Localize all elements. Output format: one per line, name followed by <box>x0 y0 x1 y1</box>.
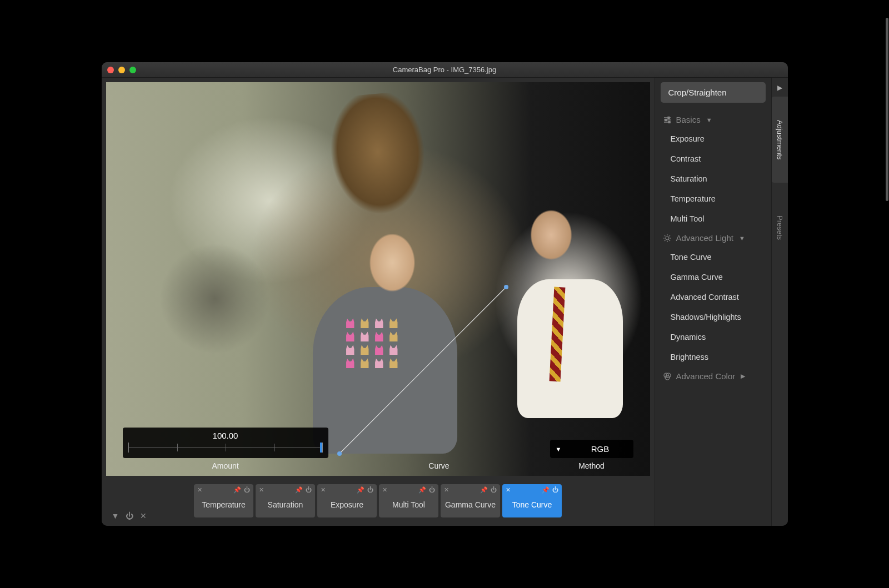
curve-handle-start[interactable] <box>337 451 342 456</box>
advanced-light-items: Tone CurveGamma CurveAdvanced ContrastSh… <box>661 247 766 367</box>
sidebar-item-temperature[interactable]: Temperature <box>661 189 766 209</box>
curve-label: Curve <box>428 461 449 470</box>
amount-slider-box[interactable]: 100.00 <box>123 428 328 458</box>
sidebar-item-saturation[interactable]: Saturation <box>661 169 766 189</box>
tile-close-icon[interactable]: ✕ <box>382 486 387 494</box>
tile-power-icon[interactable]: ⏻ <box>306 486 312 494</box>
amount-slider-handle[interactable] <box>320 443 322 453</box>
traffic-lights <box>107 67 136 73</box>
tile-power-icon[interactable]: ⏻ <box>552 486 558 494</box>
close-window-button[interactable] <box>107 67 114 73</box>
right-tab-strip: ▶ Adjustments Presets <box>771 78 788 526</box>
tile-pin-icon[interactable]: 📌 <box>542 486 550 494</box>
svg-line-0 <box>339 287 506 454</box>
window-title: CameraBag Pro - IMG_7356.jpg <box>102 66 788 74</box>
section-advanced-light-title: Advanced Light <box>676 233 733 243</box>
svg-line-14 <box>665 240 666 241</box>
image-canvas[interactable]: 100.00 Amount <box>106 82 650 476</box>
amount-control: 100.00 Amount <box>123 428 328 470</box>
tray-close-icon[interactable]: ✕ <box>140 511 147 520</box>
sidebar-item-tone-curve[interactable]: Tone Curve <box>661 247 766 267</box>
sidebar-item-dynamics[interactable]: Dynamics <box>661 327 766 347</box>
photo-region <box>517 279 623 418</box>
titlebar: CameraBag Pro - IMG_7356.jpg <box>102 62 788 78</box>
section-advanced-color-header[interactable]: Advanced Color ▶ <box>661 367 766 385</box>
sliders-icon <box>663 115 672 124</box>
sidebar-item-shadows-highlights[interactable]: Shadows/Highlights <box>661 307 766 327</box>
tile-label: Multi Tool <box>382 494 435 515</box>
sun-icon <box>663 234 672 243</box>
method-value: RGB <box>572 444 627 454</box>
collapse-sidebar-button[interactable]: ▶ <box>772 81 788 94</box>
tray-tile-saturation[interactable]: ✕📌⏻Saturation <box>256 484 315 517</box>
tray-controls: ▼ ⏻ ✕ <box>106 476 178 526</box>
tray-menu-icon[interactable]: ▼ <box>112 511 119 520</box>
section-advanced-color-title: Advanced Color <box>676 371 736 381</box>
tab-presets[interactable]: Presets <box>772 185 788 271</box>
section-basics-title: Basics <box>676 115 701 124</box>
chevron-down-icon: ▼ <box>739 235 745 242</box>
curve-control[interactable]: Curve <box>351 461 528 470</box>
tile-pin-icon[interactable]: 📌 <box>418 486 426 494</box>
section-basics-header[interactable]: Basics ▼ <box>661 110 766 129</box>
tray-tile-gamma-curve[interactable]: ✕📌⏻Gamma Curve <box>441 484 500 517</box>
method-control: ▼ RGB Method <box>550 440 633 470</box>
tile-close-icon[interactable]: ✕ <box>321 486 326 494</box>
sidebar-item-exposure[interactable]: Exposure <box>661 129 766 149</box>
tile-pin-icon[interactable]: 📌 <box>357 486 364 494</box>
tile-power-icon[interactable]: ⏻ <box>491 486 497 494</box>
sidebar-item-gamma-curve[interactable]: Gamma Curve <box>661 267 766 287</box>
chevron-down-icon: ▼ <box>706 117 712 123</box>
svg-point-7 <box>666 237 669 240</box>
tile-close-icon[interactable]: ✕ <box>506 486 511 494</box>
sidebar: Crop/Straighten Basics ▼ ExposureContras… <box>655 78 771 526</box>
tray-tile-exposure[interactable]: ✕📌⏻Exposure <box>317 484 377 517</box>
amount-slider[interactable] <box>128 443 323 453</box>
tray-tile-tone-curve[interactable]: ✕📌⏻Tone Curve <box>502 484 562 517</box>
tray-tile-multi-tool[interactable]: ✕📌⏻Multi Tool <box>379 484 438 517</box>
method-dropdown[interactable]: ▼ RGB <box>550 440 633 458</box>
tile-power-icon[interactable]: ⏻ <box>244 486 250 494</box>
tile-power-icon[interactable]: ⏻ <box>429 486 435 494</box>
amount-label: Amount <box>212 461 238 470</box>
curve-line[interactable] <box>334 282 512 459</box>
photo-region <box>312 89 446 243</box>
maximize-window-button[interactable] <box>129 67 136 73</box>
app-window: CameraBag Pro - IMG_7356.jpg <box>102 62 788 526</box>
tile-label: Temperature <box>197 494 250 515</box>
tile-power-icon[interactable]: ⏻ <box>367 486 373 494</box>
tile-pin-icon[interactable]: 📌 <box>233 486 241 494</box>
adjustment-tray: ▼ ⏻ ✕ ✕📌⏻Temperature✕📌⏻Saturation✕📌⏻Expo… <box>102 476 655 526</box>
tile-label: Exposure <box>321 494 373 515</box>
section-advanced-light-header[interactable]: Advanced Light ▼ <box>661 229 766 247</box>
color-circles-icon <box>663 372 672 381</box>
amount-value: 100.00 <box>128 431 323 440</box>
tray-tile-temperature[interactable]: ✕📌⏻Temperature <box>194 484 253 517</box>
sidebar-item-multi-tool[interactable]: Multi Tool <box>661 209 766 229</box>
tile-close-icon[interactable]: ✕ <box>259 486 264 494</box>
tile-pin-icon[interactable]: 📌 <box>295 486 303 494</box>
canvas-wrap: 100.00 Amount <box>102 78 655 476</box>
sidebar-item-brightness[interactable]: Brightness <box>661 347 766 367</box>
sidebar-item-advanced-contrast[interactable]: Advanced Contrast <box>661 287 766 307</box>
basics-items: ExposureContrastSaturationTemperatureMul… <box>661 129 766 229</box>
tile-label: Gamma Curve <box>444 494 497 515</box>
tile-close-icon[interactable]: ✕ <box>444 486 449 494</box>
photo-region <box>523 208 579 275</box>
main-area: 100.00 Amount <box>102 78 655 526</box>
tab-adjustments[interactable]: Adjustments <box>772 97 788 183</box>
tile-close-icon[interactable]: ✕ <box>197 486 202 494</box>
tile-pin-icon[interactable]: 📌 <box>480 486 488 494</box>
dropdown-arrow-icon: ▼ <box>556 446 562 453</box>
svg-rect-4 <box>668 117 670 118</box>
minimize-window-button[interactable] <box>118 67 125 73</box>
tool-overlay: 100.00 Amount <box>123 428 633 470</box>
svg-rect-5 <box>665 119 667 120</box>
curve-handle-end[interactable] <box>504 285 508 289</box>
crop-straighten-button[interactable]: Crop/Straighten <box>661 82 766 103</box>
tile-label: Saturation <box>259 494 312 515</box>
sidebar-item-contrast[interactable]: Contrast <box>661 149 766 169</box>
tray-power-icon[interactable]: ⏻ <box>126 511 133 520</box>
svg-line-13 <box>669 240 670 241</box>
svg-line-12 <box>665 235 666 237</box>
